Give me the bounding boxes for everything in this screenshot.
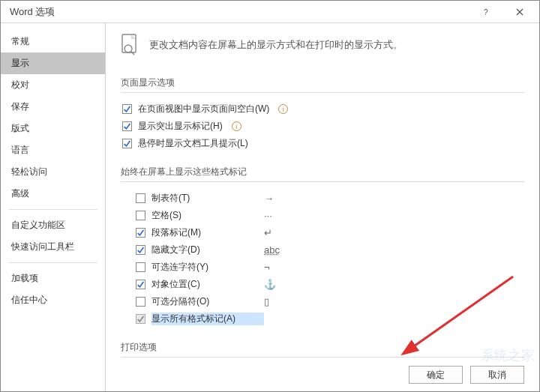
sidebar-item-language[interactable]: 语言 <box>1 139 105 161</box>
sidebar-item-trust-center[interactable]: 信任中心 <box>1 289 105 311</box>
format-symbol: abc <box>264 244 280 256</box>
page-header: 更改文档内容在屏幕上的显示方式和在打印时的显示方式。 <box>121 34 524 58</box>
content-panel: 更改文档内容在屏幕上的显示方式和在打印时的显示方式。 页面显示选项 在页面视图中… <box>106 23 539 391</box>
content-inner: 更改文档内容在屏幕上的显示方式和在打印时的显示方式。 页面显示选项 在页面视图中… <box>106 23 539 391</box>
sidebar-item-proofing[interactable]: 校对 <box>1 74 105 96</box>
info-icon[interactable]: i <box>232 121 242 131</box>
close-button[interactable] <box>503 1 536 22</box>
sidebar-item-layout[interactable]: 版式 <box>1 118 105 139</box>
section-formatting-marks: 始终在屏幕上显示这些格式标记 <box>121 161 524 182</box>
option-label: 可选连字符(Y) <box>152 261 264 274</box>
svg-line-5 <box>131 52 135 55</box>
checkbox[interactable] <box>136 297 146 307</box>
sidebar-item-label: 快速访问工具栏 <box>11 241 74 252</box>
format-symbol: ··· <box>264 210 272 221</box>
opt-show-highlight[interactable]: 显示突出显示标记(H) i <box>121 118 524 135</box>
button-label: 取消 <box>488 369 506 382</box>
opt-optional-hyphen[interactable]: 可选连字符(Y) ¬ <box>134 259 524 276</box>
sidebar-item-label: 常规 <box>11 36 29 46</box>
sidebar-item-label: 轻松访问 <box>11 166 47 177</box>
option-label: 隐藏文字(D) <box>152 244 264 256</box>
sidebar-item-addins[interactable]: 加载项 <box>1 268 105 289</box>
sidebar-item-customize-ribbon[interactable]: 自定义功能区 <box>1 214 105 236</box>
option-label: 悬停时显示文档工具提示(L) <box>138 137 248 150</box>
checkbox[interactable] <box>136 262 146 272</box>
checkbox[interactable] <box>122 139 132 148</box>
dialog-footer: 确定 取消 <box>409 366 524 384</box>
sidebar-item-general[interactable]: 常规 <box>1 31 105 52</box>
checkbox[interactable] <box>122 104 132 114</box>
format-symbol: ▯ <box>264 296 269 307</box>
sidebar-item-advanced[interactable]: 高级 <box>1 183 105 205</box>
svg-text:?: ? <box>484 8 488 16</box>
opt-spaces[interactable]: 空格(S) ··· <box>134 207 524 224</box>
option-label: 对象位置(C) <box>152 278 264 291</box>
checkbox[interactable] <box>136 211 146 220</box>
format-symbol: → <box>264 193 274 204</box>
opt-hidden-text[interactable]: 隐藏文字(D) abc <box>134 241 524 259</box>
section-print-options: 打印选项 <box>121 337 524 358</box>
ok-button[interactable]: 确定 <box>409 366 463 384</box>
anchor-icon: ⚓ <box>264 279 276 290</box>
sidebar-item-save[interactable]: 保存 <box>1 96 105 118</box>
format-symbol: ¬ <box>264 262 270 273</box>
sidebar-item-quick-access-toolbar[interactable]: 快速访问工具栏 <box>1 236 105 258</box>
close-icon <box>516 8 524 16</box>
window-title: Word 选项 <box>10 5 470 19</box>
sidebar-item-display[interactable]: 显示 <box>1 52 105 74</box>
option-label: 空格(S) <box>152 209 264 222</box>
sidebar-item-label: 加载项 <box>11 273 38 283</box>
checkbox[interactable] <box>136 193 146 203</box>
format-symbol: ↵ <box>264 227 272 238</box>
info-icon[interactable]: i <box>278 104 288 114</box>
sidebar-item-label: 校对 <box>11 79 29 90</box>
checkbox[interactable] <box>136 228 146 238</box>
sidebar-item-label: 自定义功能区 <box>11 220 65 230</box>
button-label: 确定 <box>427 369 445 382</box>
window: Word 选项 ? 常规 显示 校对 保存 版式 语言 轻松访问 高级 自定义功… <box>0 0 540 392</box>
checkbox[interactable] <box>136 245 146 255</box>
section-page-display-options: 页面显示选项 <box>121 72 524 93</box>
dialog-body: 常规 显示 校对 保存 版式 语言 轻松访问 高级 自定义功能区 快速访问工具栏… <box>1 23 539 391</box>
help-button[interactable]: ? <box>470 1 503 22</box>
sidebar-item-ease-of-access[interactable]: 轻松访问 <box>1 161 105 183</box>
opt-object-anchors[interactable]: 对象位置(C) ⚓ <box>134 276 524 293</box>
option-label: 在页面视图中显示页面间空白(W) <box>138 103 269 115</box>
sidebar-item-label: 语言 <box>11 145 29 155</box>
option-label: 制表符(T) <box>152 192 264 205</box>
option-label: 显示所有格式标记(A) <box>152 313 264 325</box>
sidebar-item-label: 高级 <box>11 188 29 199</box>
sidebar-item-label: 显示 <box>11 58 29 68</box>
opt-show-white-space[interactable]: 在页面视图中显示页面间空白(W) i <box>121 100 524 118</box>
checkbox[interactable] <box>136 280 146 289</box>
sidebar-item-label: 信任中心 <box>11 295 47 305</box>
sidebar-item-label: 保存 <box>11 101 29 112</box>
help-icon: ? <box>483 8 490 16</box>
sidebar: 常规 显示 校对 保存 版式 语言 轻松访问 高级 自定义功能区 快速访问工具栏… <box>1 23 106 391</box>
option-label: 可选分隔符(O) <box>152 295 264 308</box>
cancel-button[interactable]: 取消 <box>470 366 524 384</box>
checkbox[interactable] <box>122 121 132 131</box>
sidebar-item-label: 版式 <box>11 123 29 133</box>
option-label: 段落标记(M) <box>152 226 264 239</box>
sidebar-separator <box>8 262 98 263</box>
page-header-text: 更改文档内容在屏幕上的显示方式和在打印时的显示方式。 <box>149 34 403 52</box>
checkbox[interactable] <box>136 314 146 324</box>
page-magnifier-icon <box>121 34 140 58</box>
opt-show-tooltips[interactable]: 悬停时显示文档工具提示(L) <box>121 135 524 152</box>
titlebar: Word 选项 ? <box>1 1 539 23</box>
option-label: 显示突出显示标记(H) <box>138 120 223 133</box>
opt-optional-breaks[interactable]: 可选分隔符(O) ▯ <box>134 293 524 310</box>
sidebar-separator <box>8 209 98 210</box>
opt-tab-char[interactable]: 制表符(T) → <box>134 190 524 207</box>
opt-show-all-formatting[interactable]: 显示所有格式标记(A) <box>134 310 524 328</box>
opt-paragraph-marks[interactable]: 段落标记(M) ↵ <box>134 224 524 241</box>
